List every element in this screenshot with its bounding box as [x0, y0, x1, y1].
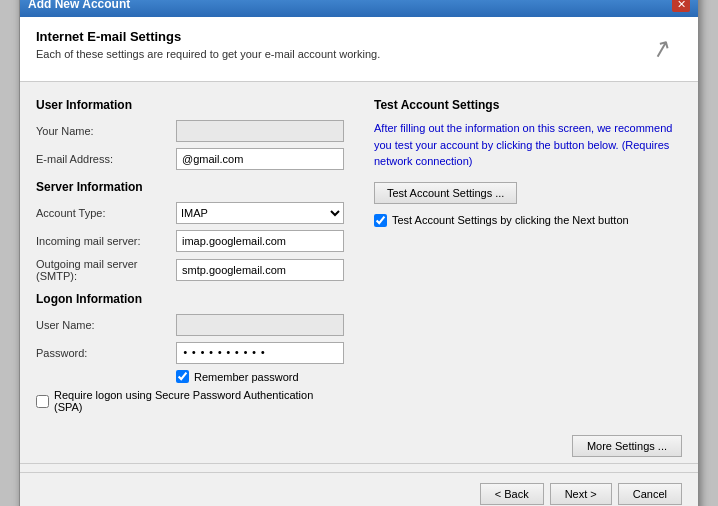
your-name-input[interactable]	[176, 120, 344, 142]
incoming-server-input[interactable]	[176, 230, 344, 252]
header-section: Internet E-mail Settings Each of these s…	[20, 17, 698, 82]
more-settings-area: More Settings ...	[20, 435, 698, 463]
incoming-server-row: Incoming mail server:	[36, 230, 344, 252]
test-next-checkbox[interactable]	[374, 214, 387, 227]
more-settings-button[interactable]: More Settings ...	[572, 435, 682, 457]
incoming-server-label: Incoming mail server:	[36, 235, 176, 247]
header-subtitle: Each of these settings are required to g…	[36, 48, 380, 60]
header-text: Internet E-mail Settings Each of these s…	[36, 29, 380, 60]
outgoing-server-input[interactable]	[176, 259, 344, 281]
content-area: User Information Your Name: E-mail Addre…	[20, 82, 698, 435]
test-next-label: Test Account Settings by clicking the Ne…	[392, 214, 629, 226]
test-settings-desc: After filling out the information on thi…	[374, 120, 682, 170]
email-input[interactable]	[176, 148, 344, 170]
header-icon: ↗	[642, 29, 682, 69]
cursor-icon: ↗	[649, 35, 675, 63]
your-name-label: Your Name:	[36, 125, 176, 137]
footer: < Back Next > Cancel	[20, 472, 698, 506]
username-input[interactable]	[176, 314, 344, 336]
remember-password-checkbox[interactable]	[176, 370, 189, 383]
remember-password-row: Remember password	[176, 370, 344, 383]
left-panel: User Information Your Name: E-mail Addre…	[36, 98, 344, 419]
account-type-row: Account Type: IMAP POP3	[36, 202, 344, 224]
back-button[interactable]: < Back	[480, 483, 544, 505]
user-info-title: User Information	[36, 98, 344, 112]
password-input[interactable]	[176, 342, 344, 364]
email-label: E-mail Address:	[36, 153, 176, 165]
logon-info-title: Logon Information	[36, 292, 344, 306]
account-type-label: Account Type:	[36, 207, 176, 219]
spa-label: Require logon using Secure Password Auth…	[54, 389, 344, 413]
main-window: Add New Account ✕ Internet E-mail Settin…	[19, 0, 699, 506]
username-label: User Name:	[36, 319, 176, 331]
server-info-title: Server Information	[36, 180, 344, 194]
test-settings-button[interactable]: Test Account Settings ...	[374, 182, 517, 204]
remember-password-label: Remember password	[194, 371, 299, 383]
close-button[interactable]: ✕	[672, 0, 690, 12]
password-row: Password:	[36, 342, 344, 364]
account-type-wrapper: IMAP POP3	[176, 202, 344, 224]
username-row: User Name:	[36, 314, 344, 336]
window-title: Add New Account	[28, 0, 130, 11]
outgoing-server-row: Outgoing mail server (SMTP):	[36, 258, 344, 282]
spa-row: Require logon using Secure Password Auth…	[36, 389, 344, 413]
right-panel: Test Account Settings After filling out …	[364, 98, 682, 419]
your-name-row: Your Name:	[36, 120, 344, 142]
test-next-row: Test Account Settings by clicking the Ne…	[374, 214, 682, 227]
account-type-select[interactable]: IMAP POP3	[176, 202, 344, 224]
title-bar: Add New Account ✕	[20, 0, 698, 17]
cancel-button[interactable]: Cancel	[618, 483, 682, 505]
footer-right: < Back Next > Cancel	[480, 483, 682, 505]
test-settings-title: Test Account Settings	[374, 98, 682, 112]
header-title: Internet E-mail Settings	[36, 29, 380, 44]
spa-checkbox[interactable]	[36, 395, 49, 408]
email-row: E-mail Address:	[36, 148, 344, 170]
password-label: Password:	[36, 347, 176, 359]
outgoing-server-label: Outgoing mail server (SMTP):	[36, 258, 176, 282]
next-button[interactable]: Next >	[550, 483, 612, 505]
